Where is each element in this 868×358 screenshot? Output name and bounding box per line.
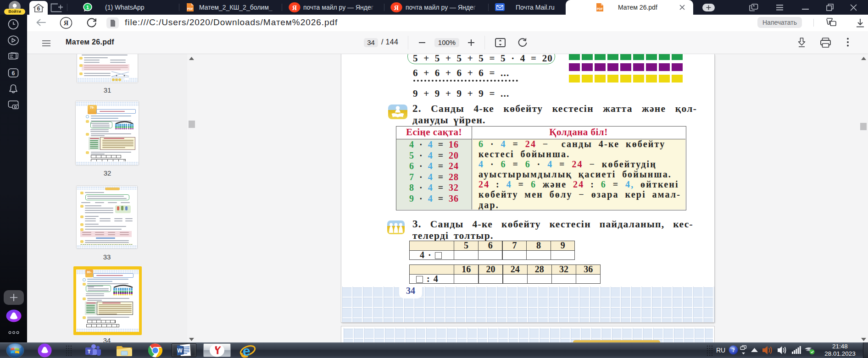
svg-text:6: 6	[37, 6, 40, 12]
svg-text:Я: Я	[64, 19, 69, 27]
svg-text:6: 6	[12, 70, 15, 77]
svg-text:T: T	[88, 349, 91, 354]
svg-text:PDF: PDF	[187, 7, 193, 11]
svg-text:1: 1	[86, 5, 89, 10]
svg-text:e: e	[243, 343, 250, 358]
svg-text:W: W	[177, 347, 183, 354]
svg-text:PDF: PDF	[597, 7, 603, 11]
svg-text:Я: Я	[292, 4, 297, 11]
svg-text:Я: Я	[394, 4, 399, 11]
